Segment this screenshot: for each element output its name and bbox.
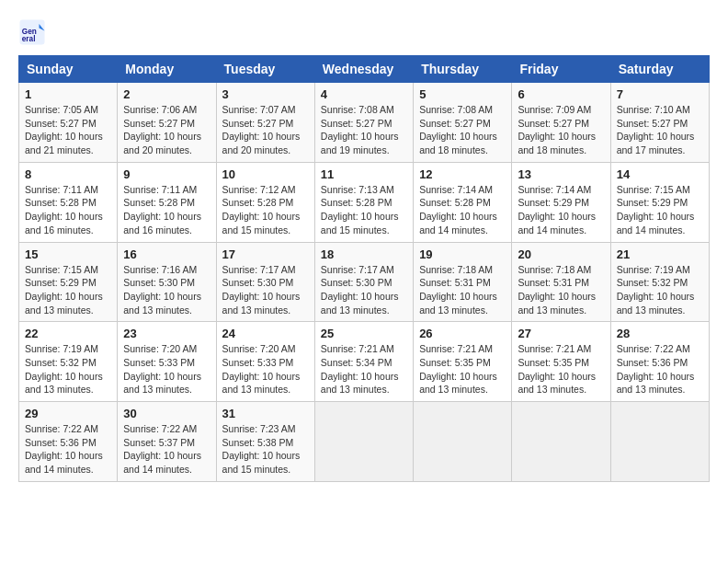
day-number: 22: [25, 327, 111, 340]
day-info: Sunrise: 7:10 AMSunset: 5:27 PMDaylight:…: [617, 103, 703, 157]
day-info: Sunrise: 7:07 AMSunset: 5:27 PMDaylight:…: [222, 103, 309, 157]
day-info: Sunrise: 7:18 AMSunset: 5:31 PMDaylight:…: [419, 263, 506, 317]
day-info: Sunrise: 7:22 AMSunset: 5:36 PMDaylight:…: [617, 342, 703, 396]
calendar-week-1: 1Sunrise: 7:05 AMSunset: 5:27 PMDaylight…: [19, 83, 710, 163]
day-info: Sunrise: 7:11 AMSunset: 5:28 PMDaylight:…: [123, 183, 210, 237]
day-number: 31: [222, 407, 309, 420]
day-header-wednesday: Wednesday: [314, 56, 413, 83]
day-number: 2: [123, 87, 210, 101]
day-header-monday: Monday: [118, 56, 216, 83]
day-number: 25: [321, 327, 407, 340]
calendar-cell: 7Sunrise: 7:10 AMSunset: 5:27 PMDaylight…: [610, 83, 709, 163]
calendar-cell: 27Sunrise: 7:21 AMSunset: 5:35 PMDayligh…: [512, 322, 610, 402]
day-info: Sunrise: 7:09 AMSunset: 5:27 PMDaylight:…: [518, 103, 604, 157]
day-number: 7: [617, 87, 703, 101]
day-number: 1: [25, 87, 111, 101]
day-number: 29: [25, 407, 111, 420]
calendar-cell: 22Sunrise: 7:19 AMSunset: 5:32 PMDayligh…: [19, 322, 118, 402]
day-number: 28: [617, 327, 703, 340]
day-number: 30: [123, 407, 210, 420]
calendar-cell: 14Sunrise: 7:15 AMSunset: 5:29 PMDayligh…: [610, 162, 709, 242]
calendar-cell: 10Sunrise: 7:12 AMSunset: 5:28 PMDayligh…: [216, 162, 314, 242]
calendar-cell: 30Sunrise: 7:22 AMSunset: 5:37 PMDayligh…: [118, 402, 216, 482]
day-info: Sunrise: 7:20 AMSunset: 5:33 PMDaylight:…: [123, 342, 210, 396]
day-number: 6: [518, 87, 604, 101]
calendar-cell: 18Sunrise: 7:17 AMSunset: 5:30 PMDayligh…: [314, 242, 413, 322]
calendar-cell: 9Sunrise: 7:11 AMSunset: 5:28 PMDaylight…: [118, 162, 216, 242]
calendar-cell: [512, 402, 610, 482]
day-header-tuesday: Tuesday: [216, 56, 314, 83]
day-header-saturday: Saturday: [610, 56, 709, 83]
calendar-cell: 2Sunrise: 7:06 AMSunset: 5:27 PMDaylight…: [118, 83, 216, 163]
calendar-week-2: 8Sunrise: 7:11 AMSunset: 5:28 PMDaylight…: [19, 162, 710, 242]
day-info: Sunrise: 7:14 AMSunset: 5:28 PMDaylight:…: [419, 183, 506, 237]
day-number: 24: [222, 327, 309, 340]
calendar-cell: 31Sunrise: 7:23 AMSunset: 5:38 PMDayligh…: [216, 402, 314, 482]
day-info: Sunrise: 7:21 AMSunset: 5:35 PMDaylight:…: [518, 342, 604, 396]
day-info: Sunrise: 7:11 AMSunset: 5:28 PMDaylight:…: [25, 183, 111, 237]
calendar-cell: 4Sunrise: 7:08 AMSunset: 5:27 PMDaylight…: [314, 83, 413, 163]
calendar-cell: 1Sunrise: 7:05 AMSunset: 5:27 PMDaylight…: [19, 83, 118, 163]
day-info: Sunrise: 7:17 AMSunset: 5:30 PMDaylight:…: [222, 263, 309, 317]
day-number: 8: [25, 167, 111, 181]
day-info: Sunrise: 7:23 AMSunset: 5:38 PMDaylight:…: [222, 422, 309, 477]
day-info: Sunrise: 7:20 AMSunset: 5:33 PMDaylight:…: [222, 342, 309, 396]
calendar-cell: [314, 402, 413, 482]
day-number: 11: [321, 167, 407, 181]
day-info: Sunrise: 7:06 AMSunset: 5:27 PMDaylight:…: [123, 103, 210, 157]
day-number: 4: [321, 87, 407, 101]
day-number: 21: [617, 247, 703, 261]
day-info: Sunrise: 7:15 AMSunset: 5:29 PMDaylight:…: [25, 263, 111, 317]
calendar-cell: 3Sunrise: 7:07 AMSunset: 5:27 PMDaylight…: [216, 83, 314, 163]
calendar-week-3: 15Sunrise: 7:15 AMSunset: 5:29 PMDayligh…: [19, 242, 710, 322]
calendar-cell: 29Sunrise: 7:22 AMSunset: 5:36 PMDayligh…: [19, 402, 118, 482]
day-number: 19: [419, 247, 506, 261]
calendar-table: SundayMondayTuesdayWednesdayThursdayFrid…: [18, 55, 710, 482]
calendar-cell: 6Sunrise: 7:09 AMSunset: 5:27 PMDaylight…: [512, 83, 610, 163]
calendar-cell: 28Sunrise: 7:22 AMSunset: 5:36 PMDayligh…: [610, 322, 709, 402]
day-header-friday: Friday: [512, 56, 610, 83]
day-info: Sunrise: 7:22 AMSunset: 5:37 PMDaylight:…: [123, 422, 210, 477]
day-header-sunday: Sunday: [19, 56, 118, 83]
day-number: 15: [25, 247, 111, 261]
day-info: Sunrise: 7:15 AMSunset: 5:29 PMDaylight:…: [617, 183, 703, 237]
calendar-week-4: 22Sunrise: 7:19 AMSunset: 5:32 PMDayligh…: [19, 322, 710, 402]
day-info: Sunrise: 7:16 AMSunset: 5:30 PMDaylight:…: [123, 263, 210, 317]
page-header: Gen eral: [18, 18, 710, 46]
day-info: Sunrise: 7:21 AMSunset: 5:35 PMDaylight:…: [419, 342, 506, 396]
day-number: 23: [123, 327, 210, 340]
day-number: 26: [419, 327, 506, 340]
day-number: 10: [222, 167, 309, 181]
calendar-cell: 26Sunrise: 7:21 AMSunset: 5:35 PMDayligh…: [414, 322, 512, 402]
day-number: 13: [518, 167, 604, 181]
calendar-cell: 11Sunrise: 7:13 AMSunset: 5:28 PMDayligh…: [314, 162, 413, 242]
calendar-cell: [414, 402, 512, 482]
calendar-cell: 16Sunrise: 7:16 AMSunset: 5:30 PMDayligh…: [118, 242, 216, 322]
calendar-cell: 5Sunrise: 7:08 AMSunset: 5:27 PMDaylight…: [414, 83, 512, 163]
day-info: Sunrise: 7:17 AMSunset: 5:30 PMDaylight:…: [321, 263, 407, 317]
day-info: Sunrise: 7:22 AMSunset: 5:36 PMDaylight:…: [25, 422, 111, 477]
svg-text:eral: eral: [22, 35, 36, 43]
day-info: Sunrise: 7:13 AMSunset: 5:28 PMDaylight:…: [321, 183, 407, 237]
day-number: 27: [518, 327, 604, 340]
day-info: Sunrise: 7:12 AMSunset: 5:28 PMDaylight:…: [222, 183, 309, 237]
day-info: Sunrise: 7:19 AMSunset: 5:32 PMDaylight:…: [617, 263, 703, 317]
day-number: 9: [123, 167, 210, 181]
calendar-cell: 15Sunrise: 7:15 AMSunset: 5:29 PMDayligh…: [19, 242, 118, 322]
calendar-cell: 12Sunrise: 7:14 AMSunset: 5:28 PMDayligh…: [414, 162, 512, 242]
day-info: Sunrise: 7:08 AMSunset: 5:27 PMDaylight:…: [419, 103, 506, 157]
calendar-cell: 13Sunrise: 7:14 AMSunset: 5:29 PMDayligh…: [512, 162, 610, 242]
day-info: Sunrise: 7:18 AMSunset: 5:31 PMDaylight:…: [518, 263, 604, 317]
day-info: Sunrise: 7:21 AMSunset: 5:34 PMDaylight:…: [321, 342, 407, 396]
day-info: Sunrise: 7:19 AMSunset: 5:32 PMDaylight:…: [25, 342, 111, 396]
day-number: 20: [518, 247, 604, 261]
calendar-cell: 21Sunrise: 7:19 AMSunset: 5:32 PMDayligh…: [610, 242, 709, 322]
day-number: 12: [419, 167, 506, 181]
calendar-week-5: 29Sunrise: 7:22 AMSunset: 5:36 PMDayligh…: [19, 402, 710, 482]
calendar-cell: 8Sunrise: 7:11 AMSunset: 5:28 PMDaylight…: [19, 162, 118, 242]
calendar-cell: [610, 402, 709, 482]
logo-icon: Gen eral: [18, 18, 46, 46]
day-number: 3: [222, 87, 309, 101]
day-info: Sunrise: 7:05 AMSunset: 5:27 PMDaylight:…: [25, 103, 111, 157]
calendar-cell: 19Sunrise: 7:18 AMSunset: 5:31 PMDayligh…: [414, 242, 512, 322]
